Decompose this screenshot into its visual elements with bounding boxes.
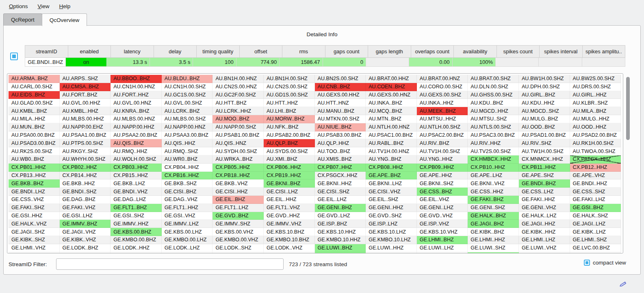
stream-cell[interactable]: GE.DAG..BHZ: [60, 196, 111, 204]
stream-cell[interactable]: GE.FAKI..HHZ: [519, 196, 570, 204]
stream-cell[interactable]: [60, 252, 111, 254]
stream-cell[interactable]: AU.PSAB2.00.BHZ: [264, 131, 315, 140]
stream-cell[interactable]: AU.DRS.00.SHZ: [570, 83, 621, 91]
stream-cell[interactable]: AU.COEN..BHZ: [366, 83, 417, 91]
stream-cell[interactable]: GE.BKB..LHZ: [111, 179, 162, 188]
stream-cell[interactable]: [162, 252, 213, 254]
stream-cell[interactable]: CX.PB04..HHZ: [162, 164, 213, 172]
stream-cell[interactable]: AU.NTLS.00.SHZ: [468, 123, 519, 131]
stream-cell[interactable]: GE.CSS..VHZ: [9, 196, 60, 204]
stream-cell[interactable]: GE.EIL..SHZ: [366, 196, 417, 204]
stream-cell[interactable]: AU.QLP..HHZ: [315, 139, 366, 147]
stream-cell[interactable]: GE.KMBO.10.HHZ: [315, 236, 366, 244]
stream-cell[interactable]: AU.GVL.00.HHZ: [60, 99, 111, 107]
stream-cell[interactable]: GE.BKB..VHZ: [212, 179, 264, 188]
stream-cell[interactable]: GE.GSI..HHZ: [9, 212, 60, 220]
stream-cell[interactable]: GE.GVD..LHZ: [315, 212, 366, 220]
stream-cell[interactable]: AU.XMI..BHZ: [264, 155, 315, 164]
stream-cell[interactable]: GE.KMBO.00.LHZ: [162, 236, 213, 244]
stream-cell[interactable]: AU.PSAD1.00.BHZ: [519, 131, 570, 140]
stream-cell[interactable]: GE.BNDI..VHZ: [111, 188, 162, 196]
stream-cell[interactable]: GE.GENI..HHZ: [366, 204, 417, 212]
stream-cell[interactable]: GE.KBS.10.LHZ: [366, 228, 417, 236]
stream-cell[interactable]: AU.CN2S.00.HNZ: [212, 83, 264, 91]
stream-cell[interactable]: AU.LCRK..BHZ: [162, 107, 213, 115]
stream-cell[interactable]: AU.GIRL..HHZ: [570, 91, 621, 99]
stream-cell[interactable]: CX.PSGCX..HHZ: [315, 172, 366, 180]
stream-cell[interactable]: AU.MGCD..SHZ: [519, 107, 570, 115]
stream-cell[interactable]: AU.NIUE..BHZ: [315, 123, 366, 131]
stream-cell[interactable]: GE.CSS..HHZ: [468, 188, 519, 196]
stream-cell[interactable]: [417, 252, 468, 254]
stream-cell[interactable]: GE.KIBK..HHZ: [519, 228, 570, 236]
stream-cell[interactable]: AU.RKGY..SHZ: [60, 147, 111, 155]
stream-cell[interactable]: AU.CNB..BHZ: [315, 83, 366, 91]
stream-cell[interactable]: [111, 252, 162, 254]
stream-cell[interactable]: GE.CISI..SHZ: [315, 188, 366, 196]
stream-cell[interactable]: CX.PB11..HHZ: [519, 164, 570, 172]
stream-cell[interactable]: GE.FLT1..VHZ: [264, 204, 315, 212]
stream-cell[interactable]: GE.EIL..BHZ: [212, 196, 264, 204]
stream-cell[interactable]: GE.LODK..VHZ: [264, 244, 315, 252]
stream-cell[interactable]: AU.MGCD..HHZ: [468, 107, 519, 115]
stream-cell[interactable]: GE.IMMV..BHZ: [60, 220, 111, 228]
stream-cell[interactable]: AU.FORT..HHZ: [111, 91, 162, 99]
stream-cell[interactable]: GE.BKNI..BHZ: [264, 179, 315, 188]
stream-cell[interactable]: AU.MORW..BHZ: [264, 115, 315, 123]
stream-cell[interactable]: AU.GC2F.00.SHZ: [212, 91, 264, 99]
stream-cell[interactable]: AU.MEEK..BHZ: [417, 107, 468, 115]
stream-cell[interactable]: GE.ISP..VHZ: [417, 220, 468, 228]
stream-cell[interactable]: AU.LHI..BHZ: [264, 107, 315, 115]
stream-cell[interactable]: GE.JAGI..HHZ: [519, 220, 570, 228]
stream-cell[interactable]: AU.INKA..HHZ: [417, 99, 468, 107]
stream-cell[interactable]: GE.EIL..HHZ: [264, 196, 315, 204]
stream-cell[interactable]: GE.LODK..HHZ: [111, 244, 162, 252]
stream-cell[interactable]: CX.HMBCX..HHZ: [468, 155, 519, 164]
stream-cell[interactable]: AU.INKA..BHZ: [366, 99, 417, 107]
stream-cell[interactable]: [212, 252, 264, 254]
stream-cell[interactable]: AU.TV1H.00.HNZ: [366, 147, 417, 155]
stream-cell[interactable]: GE.GENI..BHZ: [315, 204, 366, 212]
stream-cell[interactable]: AU.MCQ..BHZ: [366, 107, 417, 115]
stream-cell[interactable]: AU.QIS..BHZ: [111, 139, 162, 147]
stream-cell[interactable]: AU.KMBL..HHZ: [60, 107, 111, 115]
stream-cell[interactable]: AU.GVL.00.HNZ: [111, 99, 162, 107]
stream-cell[interactable]: GE.LUWI..SHZ: [468, 244, 519, 252]
stream-cell[interactable]: CX.PB09..HHZ: [417, 164, 468, 172]
stream-cell[interactable]: AU.BW2S.00.SHZ: [570, 75, 621, 83]
stream-cell[interactable]: AU.EIDS..BHZ: [9, 91, 60, 99]
stream-cell[interactable]: GE.KBS.00.VHZ: [212, 228, 264, 236]
stream-cell[interactable]: AU.GVL.00.SHZ: [162, 99, 213, 107]
stream-cell[interactable]: CX.PB15..HHZ: [111, 172, 162, 180]
stream-cell[interactable]: AU.WRKA..BHZ: [212, 155, 264, 164]
stream-cell[interactable]: AU.FORT..BHZ: [60, 91, 111, 99]
stream-cell[interactable]: GE.HALK..VHZ: [9, 220, 60, 228]
stream-cell[interactable]: AU.BN1H.00.HNZ: [212, 75, 264, 83]
stream-cell[interactable]: CX.PB16..HHZ: [162, 172, 213, 180]
stream-cell[interactable]: GE.BNDI..SHZ: [60, 188, 111, 196]
stream-cell[interactable]: GE.IMMV..HHZ: [111, 220, 162, 228]
stream-cell[interactable]: GE.FLT1..BHZ: [111, 204, 162, 212]
stream-cell[interactable]: GE.KMBO.00.BHZ: [111, 236, 162, 244]
stream-cell[interactable]: AU.WHYH.00.SHZ: [60, 155, 111, 164]
stream-cell[interactable]: AU.RK1H.00.SHZ: [570, 139, 621, 147]
stream-cell[interactable]: AU.GD1S.00.SHZ: [264, 91, 315, 99]
stream-cell[interactable]: AU.RIV..SHZ: [519, 139, 570, 147]
stream-cell[interactable]: AU.QLP..BHZ: [264, 139, 315, 147]
stream-cell[interactable]: AU.RMQ..HHZ: [111, 147, 162, 155]
stream-cell[interactable]: AU.MTSU..SHZ: [468, 115, 519, 123]
stream-cell[interactable]: AU.OOD..HHZ: [570, 123, 621, 131]
stream-cell[interactable]: AU.WOLH.00.SHZ: [111, 155, 162, 164]
stream-cell[interactable]: AU.BRAT.00.HNZ: [417, 75, 468, 83]
stream-cell[interactable]: GE.KMBO.00.VHZ: [212, 236, 264, 244]
stream-cell[interactable]: GE.LUWI..HHZ: [366, 244, 417, 252]
stream-cell[interactable]: GE.LODK..LHZ: [162, 244, 213, 252]
stream-cell[interactable]: AU.RIV..BHZ: [417, 139, 468, 147]
grid-scrollbar[interactable]: [626, 75, 630, 251]
stream-cell[interactable]: AU.NAPP.00.HHZ: [111, 123, 162, 131]
stream-cell[interactable]: GE.KBS.00.BHZ: [111, 228, 162, 236]
stream-cell[interactable]: AU.BRAT.00.SHZ: [468, 75, 519, 83]
stream-cell[interactable]: AU.HTT..HHZ: [264, 99, 315, 107]
stream-cell[interactable]: AU.PSAC2.00.BHZ: [417, 131, 468, 140]
stream-cell[interactable]: GE.LUWI..BHZ: [315, 244, 366, 252]
